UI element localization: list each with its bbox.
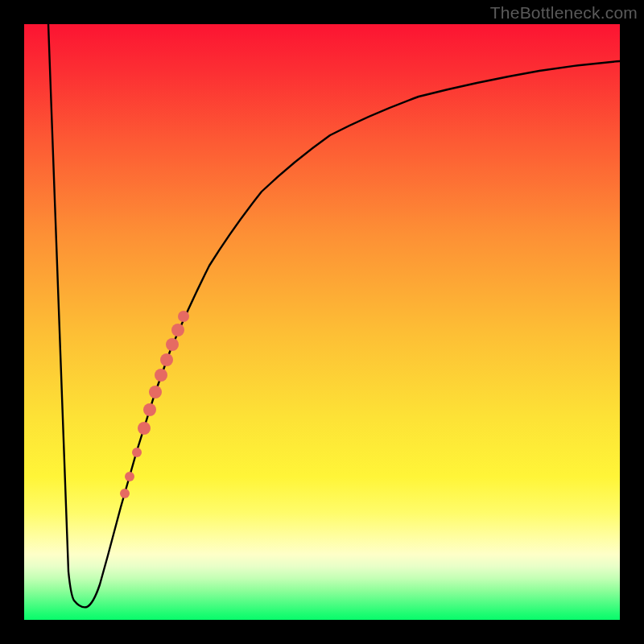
marker-dot bbox=[160, 353, 173, 366]
marker-dot bbox=[171, 324, 184, 336]
marker-dot bbox=[138, 422, 151, 435]
marker-dot bbox=[155, 369, 167, 382]
bottleneck-curve bbox=[48, 24, 620, 607]
marker-dot bbox=[125, 472, 134, 481]
marker-dot bbox=[120, 489, 130, 498]
marker-dot bbox=[143, 403, 156, 416]
marker-dot bbox=[178, 311, 189, 322]
marker-dot bbox=[149, 386, 162, 398]
watermark-text: TheBottleneck.com bbox=[490, 3, 638, 23]
plot-area bbox=[24, 24, 620, 620]
chart-frame: TheBottleneck.com bbox=[0, 0, 644, 644]
marker-dot bbox=[132, 448, 142, 457]
marker-dot bbox=[166, 338, 179, 351]
curve-layer bbox=[24, 24, 620, 620]
